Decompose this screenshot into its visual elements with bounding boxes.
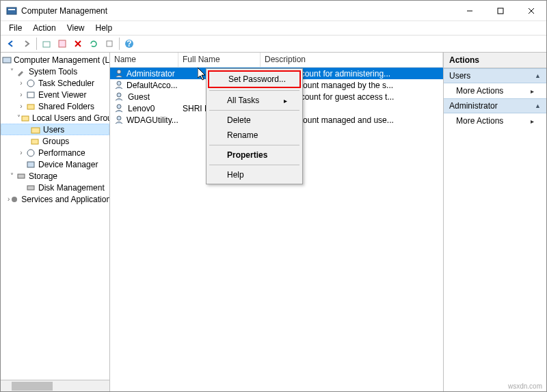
tree-disk-management[interactable]: Disk Management (1, 182, 109, 193)
svg-rect-19 (31, 139, 38, 144)
cell-name: DefaultAcco... (126, 81, 178, 90)
svg-rect-18 (31, 128, 40, 133)
tree-pane: Computer Management (Local) ˅ System Too… (1, 53, 110, 391)
tree-groups[interactable]: Groups (1, 135, 109, 147)
disk-icon (25, 182, 36, 193)
actions-section-label: Users (449, 71, 470, 81)
expand-icon[interactable]: ˅ (8, 68, 16, 75)
cell-name: Administrator (126, 69, 175, 79)
back-button[interactable] (3, 36, 18, 51)
tree-scrollbar[interactable] (1, 380, 109, 391)
collapse-icon[interactable]: ˅ (8, 172, 16, 180)
cell-name: Lenov0 (128, 104, 155, 113)
chevron-up-icon: ▲ (535, 72, 541, 79)
up-button[interactable] (39, 36, 54, 51)
tree-services[interactable]: › Services and Applications (1, 193, 109, 205)
ctx-all-tasks[interactable]: All Tasks▸ (208, 93, 301, 108)
ctx-label: Help (227, 170, 244, 180)
menu-action[interactable]: Action (27, 22, 61, 34)
cell-name: WDAGUtility... (126, 115, 178, 125)
ctx-separator (209, 165, 299, 165)
svg-rect-21 (27, 162, 34, 167)
refresh-button[interactable] (86, 36, 101, 51)
tree-label: Event Viewer (38, 90, 86, 100)
clock-icon (25, 78, 36, 89)
tree-label: Storage (29, 171, 57, 181)
user-icon (114, 92, 125, 102)
tree-label: Device Manager (38, 160, 98, 169)
actions-more-administrator[interactable]: More Actions ▸ (444, 113, 546, 128)
maximize-button[interactable] (485, 1, 516, 20)
minimize-button[interactable] (454, 1, 485, 20)
tree-device-manager[interactable]: Device Manager (1, 158, 109, 170)
cell-name: Guest (128, 92, 150, 102)
svg-rect-10 (107, 41, 112, 46)
folder-icon (29, 136, 40, 147)
arrow-right-icon: ▸ (531, 117, 534, 125)
toolbar: ? (1, 35, 546, 53)
expand-icon[interactable]: › (17, 149, 25, 156)
column-name[interactable]: Name (110, 53, 178, 67)
tree-shared-folders[interactable]: › Shared Folders (1, 100, 109, 112)
ctx-help[interactable]: Help (208, 167, 301, 182)
svg-rect-16 (27, 104, 34, 109)
expand-icon[interactable]: › (17, 102, 25, 110)
tree-root[interactable]: Computer Management (Local) (1, 54, 109, 66)
ctx-label: Set Password... (228, 74, 286, 84)
svg-rect-1 (8, 9, 15, 10)
close-button[interactable] (516, 1, 546, 20)
tree-storage[interactable]: ˅ Storage (1, 170, 109, 182)
gauge-icon (25, 148, 36, 158)
ctx-set-password[interactable]: Set Password... (208, 70, 301, 88)
tree-event-viewer[interactable]: › Event Viewer (1, 89, 109, 100)
user-icon (114, 68, 124, 79)
window: Computer Management File Action View Hel… (0, 0, 547, 392)
device-icon (25, 159, 36, 170)
ctx-delete[interactable]: Delete (208, 113, 301, 128)
app-icon (6, 5, 17, 16)
wrench-icon (16, 66, 27, 77)
properties-button[interactable] (55, 36, 70, 51)
event-icon (25, 89, 36, 100)
column-description[interactable]: Description (261, 53, 443, 67)
tree-label: Performance (38, 148, 85, 158)
ctx-label: All Tasks (227, 96, 259, 105)
expand-icon[interactable]: › (17, 91, 25, 98)
tree-label: Computer Management (Local) (14, 55, 109, 65)
ctx-label: Rename (227, 130, 258, 140)
svg-rect-0 (7, 8, 16, 14)
ctx-rename[interactable]: Rename (208, 128, 301, 143)
forward-button[interactable] (19, 36, 34, 51)
tree-local-users[interactable]: ˅ Local Users and Groups (1, 112, 109, 124)
tree-label: Disk Management (38, 183, 105, 193)
tree-performance[interactable]: › Performance (1, 147, 109, 158)
menu-file[interactable]: File (3, 22, 27, 34)
svg-rect-15 (27, 92, 34, 98)
svg-rect-7 (59, 40, 66, 47)
column-fullname[interactable]: Full Name (178, 53, 261, 67)
menu-view[interactable]: View (62, 22, 90, 34)
actions-section-administrator[interactable]: Administrator ▲ (444, 98, 546, 113)
submenu-arrow-icon: ▸ (284, 97, 287, 104)
svg-point-14 (27, 80, 34, 87)
svg-point-20 (27, 150, 34, 156)
svg-point-29 (117, 116, 121, 120)
actions-section-users[interactable]: Users ▲ (444, 68, 546, 83)
user-icon (114, 103, 125, 114)
computer-icon (2, 55, 12, 66)
ctx-properties[interactable]: Properties (208, 148, 301, 163)
menu-help[interactable]: Help (90, 22, 118, 34)
tree-task-scheduler[interactable]: › Task Scheduler (1, 77, 109, 89)
context-menu: Set Password... All Tasks▸ Delete Rename… (206, 68, 303, 184)
tree-system-tools[interactable]: ˅ System Tools (1, 66, 109, 77)
actions-more-users[interactable]: More Actions ▸ (444, 83, 546, 98)
title-bar: Computer Management (1, 1, 546, 21)
svg-point-28 (117, 104, 121, 109)
help-button[interactable]: ? (122, 36, 137, 51)
tree-users[interactable]: Users (1, 124, 109, 135)
svg-rect-6 (43, 42, 50, 47)
export-button[interactable] (102, 36, 117, 51)
expand-icon[interactable]: › (17, 79, 25, 87)
delete-button[interactable] (70, 36, 85, 51)
ctx-separator (209, 90, 299, 91)
